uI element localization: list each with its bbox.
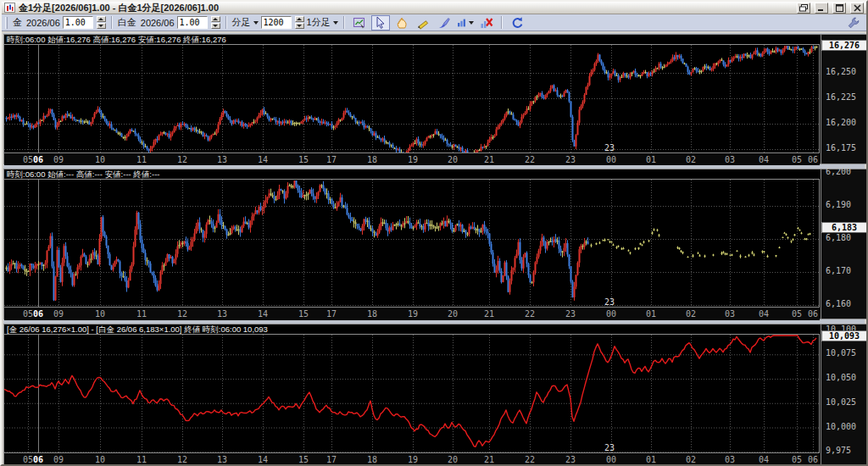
spread-line-plot[interactable]: 23 <box>4 334 820 453</box>
time-axis-label: 15 <box>296 155 311 165</box>
clear-drawings-button[interactable] <box>477 15 496 31</box>
time-axis-label: 13 <box>214 155 230 165</box>
title-bar[interactable]: 金1分足[2026/06]1.00 - 白金1分足[2026/06]1.00 <box>2 2 866 14</box>
price-axis-label: 6,170 <box>826 266 851 275</box>
hand-tool-button[interactable] <box>392 15 411 31</box>
pencil-tool-button[interactable] <box>414 15 432 31</box>
gold-time-axis: 0506091011121314151718192021222300010203… <box>4 155 820 165</box>
time-axis-label: 00 <box>604 155 619 165</box>
gold-1min-svg <box>4 45 820 153</box>
platinum-multiplier-input[interactable] <box>177 16 208 29</box>
gold-contract-month: 2026/06 <box>26 18 60 28</box>
platinum-multiplier-down-button[interactable] <box>211 23 220 29</box>
time-axis-label: 01 <box>643 155 659 165</box>
price-axis-label: 9,975 <box>826 446 851 455</box>
chart-window-button[interactable] <box>350 15 369 31</box>
bar-count-input[interactable] <box>261 16 292 29</box>
toolbar-separator <box>501 16 503 29</box>
price-axis-label: 10,025 <box>826 397 856 407</box>
date-marker: 23 <box>604 297 615 307</box>
gold-platinum-spread-svg <box>4 335 820 453</box>
time-axis-label: 02 <box>683 155 698 165</box>
price-axis-label: 6,160 <box>826 299 851 308</box>
time-axis-label: 01 <box>643 455 659 465</box>
gold-price-axis: 16,25016,22516,20016,17516,276 <box>821 35 867 164</box>
refresh-button[interactable] <box>508 15 526 31</box>
price-axis-label: 10,075 <box>826 348 856 358</box>
date-marker: 23 <box>604 143 615 153</box>
time-axis-label: 06 <box>31 455 46 465</box>
bar-count-down-button[interactable] <box>295 23 304 29</box>
spread-price-axis: 10,10010,07510,05010,02510,0009,97510,09… <box>821 325 867 465</box>
gold-multiplier-input[interactable] <box>63 16 93 29</box>
time-axis-label: 14 <box>255 155 270 165</box>
time-axis-label: 20 <box>445 155 460 165</box>
time-axis-label: 00 <box>604 309 619 319</box>
time-axis-label: 12 <box>175 455 190 465</box>
time-axis-label: 04 <box>756 155 771 165</box>
time-axis-label: 02 <box>683 455 698 465</box>
settings-wrench-icon <box>847 16 860 30</box>
price-axis-label: 16,250 <box>826 67 856 76</box>
price-axis-label: 10,000 <box>826 422 856 431</box>
time-axis-label: 01 <box>643 309 659 319</box>
platinum-label: 白金 <box>118 16 136 29</box>
timeframe-label: 1分足 <box>307 16 331 29</box>
chart-area: 時刻:06:00 始値:16,276 高値:16,276 安値:16,276 終… <box>3 33 865 463</box>
time-axis-label: 06 <box>805 309 821 319</box>
refresh-icon <box>510 16 524 30</box>
time-axis-label: 10 <box>92 455 108 465</box>
time-axis-label: 10 <box>92 155 108 165</box>
platinum-candlestick-plot[interactable]: 23 <box>4 179 820 308</box>
toolbar-grip[interactable] <box>5 17 8 29</box>
time-axis-label: 22 <box>522 309 537 319</box>
bar-count-up-button[interactable] <box>295 16 304 22</box>
platinum-1min-svg <box>4 180 820 308</box>
platinum-multiplier-up-button[interactable] <box>211 16 220 22</box>
time-axis-label: 03 <box>722 155 737 165</box>
chevron-down-icon <box>469 21 474 25</box>
maximize-button[interactable] <box>832 3 846 14</box>
time-axis-label: 05 <box>789 155 804 165</box>
time-axis-label: 04 <box>756 455 771 465</box>
time-axis-label: 13 <box>214 455 230 465</box>
close-button[interactable] <box>850 3 864 14</box>
time-axis-label: 03 <box>722 455 737 465</box>
time-axis-label: 17 <box>324 155 339 165</box>
timeframe-dropdown[interactable]: 1分足 <box>307 16 338 29</box>
settings-button[interactable] <box>844 15 863 31</box>
time-axis-label: 12 <box>175 309 190 319</box>
price-axis-label: 10,050 <box>826 373 856 382</box>
minimize-button[interactable] <box>815 3 828 14</box>
time-axis-label: 02 <box>683 309 698 319</box>
gold-candlestick-plot[interactable]: 23 <box>4 44 820 153</box>
brush-tool-button[interactable] <box>435 15 453 31</box>
time-axis-label: 18 <box>364 155 380 165</box>
cursor-tool-button[interactable] <box>371 15 390 31</box>
chart-window-icon <box>353 16 366 30</box>
toolbar-separator <box>225 16 227 29</box>
time-axis-label: 13 <box>214 309 230 319</box>
chart-pane-spread: [金 26/06 16,276×1.00] - [白金 26/06 6,183×… <box>3 324 868 466</box>
current-price-badge: 6,183 <box>821 222 867 233</box>
time-axis-label: 23 <box>563 309 578 319</box>
popout-button[interactable] <box>797 3 810 14</box>
gold-label: 金 <box>13 16 22 29</box>
price-axis-label: 6,200 <box>826 167 851 176</box>
platinum-multiplier-stepper <box>211 16 220 29</box>
price-axis-label: 16,175 <box>826 143 856 153</box>
bar-count-stepper <box>295 16 304 29</box>
gold-multiplier-down-button[interactable] <box>97 23 106 29</box>
time-axis-label: 05 <box>789 455 804 465</box>
time-axis-label: 22 <box>522 155 537 165</box>
chart-pane-platinum: 時刻:06:00 始値:--- 高値:--- 安値:--- 終値:--- 23 … <box>3 169 868 319</box>
chart-type-button[interactable] <box>456 15 475 31</box>
chart-pane-gold: 時刻:06:00 始値:16,276 高値:16,276 安値:16,276 終… <box>3 34 868 164</box>
time-axis-label: 23 <box>563 455 578 465</box>
price-axis-label: 6,190 <box>826 200 851 209</box>
time-axis-label: 06 <box>805 155 821 165</box>
time-axis-label: 11 <box>134 155 149 165</box>
period-type-dropdown[interactable]: 分足 <box>232 16 259 29</box>
gold-multiplier-up-button[interactable] <box>97 16 106 22</box>
platinum-price-axis: 6,2006,1906,1806,1706,1606,183 <box>821 169 867 319</box>
